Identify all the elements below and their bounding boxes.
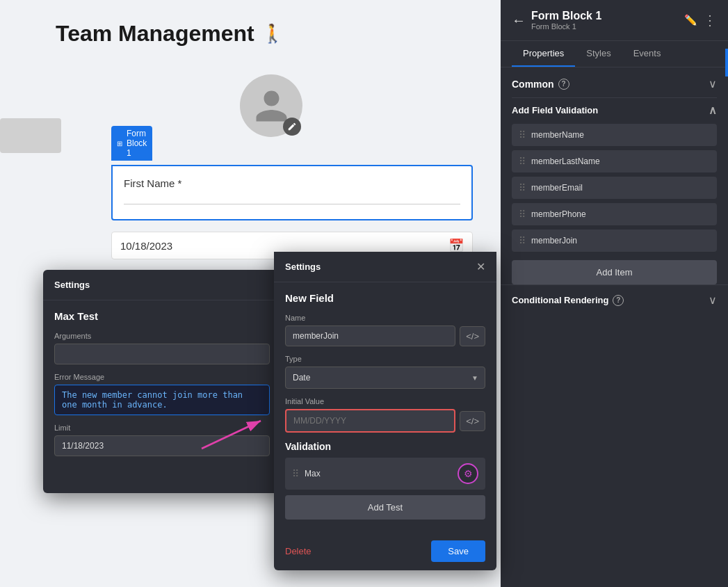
panel-title: Form Block 1 (531, 10, 684, 22)
type-select-wrapper: Date Text Number (285, 367, 485, 389)
type-field-group: Type Date Text Number (285, 355, 485, 389)
form-block-label: ⊞ Form Block 1 (111, 126, 152, 161)
dialog-2-header: Settings ✕ (274, 252, 496, 282)
form-field-underline (124, 204, 460, 204)
page-title: Team Management (56, 21, 254, 47)
arguments-input-row: </> (54, 344, 300, 364)
new-field-title: New Field (285, 292, 485, 304)
gray-box (0, 118, 61, 153)
validation-heading: Validation (285, 441, 485, 452)
dialog-1-header: Settings ✕ (43, 270, 311, 300)
avatar-container (240, 74, 302, 137)
tab-styles[interactable]: Styles (575, 41, 622, 67)
initial-value-input-row: </> (285, 409, 485, 433)
validation-row: ⠿ Max ⚙ (285, 458, 485, 490)
panel-more-icon[interactable]: ⋮ (703, 12, 717, 29)
conditional-section: Conditional Rendering ? ∨ (501, 284, 728, 315)
person-icon: 🚶 (261, 23, 284, 45)
initial-value-code-icon[interactable]: </> (460, 411, 485, 431)
add-test-button[interactable]: Add Test (285, 495, 485, 520)
dialog-1-title: Settings (54, 280, 90, 290)
type-select[interactable]: Date Text Number (285, 367, 485, 389)
drag-handle[interactable]: ⠿ (519, 182, 526, 193)
first-name-field-label: First Name * (124, 177, 181, 189)
panel-title-group: Form Block 1 Form Block 1 (531, 10, 684, 31)
blue-indicator-bar (725, 49, 728, 77)
validation-max-label: Max (305, 469, 452, 479)
dialog-2-footer: Delete Save (274, 535, 496, 570)
error-message-input-row: The new member cannot join more than one… (54, 385, 300, 415)
calendar-icon: 📅 (448, 238, 464, 253)
validation-gear-button[interactable]: ⚙ (458, 463, 478, 484)
tab-properties[interactable]: Properties (512, 41, 575, 67)
drag-handle[interactable]: ⠿ (519, 209, 526, 220)
common-help-icon[interactable]: ? (558, 79, 569, 90)
list-item: ⠿ memberLastName (512, 150, 717, 172)
conditional-title: Conditional Rendering ? (512, 295, 624, 306)
initial-value-label: Initial Value (285, 397, 485, 405)
list-item: ⠿ memberEmail (512, 177, 717, 199)
dialog-2-body: New Field Name </> Type Date Text Number… (274, 282, 496, 535)
initial-value-input[interactable] (285, 409, 455, 433)
dialog-2-save-button[interactable]: Save (431, 540, 485, 562)
page-title-area: Team Management 🚶 (0, 0, 501, 61)
arguments-field-group: Arguments </> (54, 332, 300, 364)
form-block-content: First Name * (111, 165, 473, 220)
dialog-1-body: Max Test Arguments </> Error Message The… (43, 300, 311, 493)
list-item: ⠿ memberJoin (512, 230, 717, 252)
conditional-chevron-icon[interactable]: ∨ (709, 294, 717, 307)
common-chevron-icon[interactable]: ∨ (709, 77, 717, 90)
type-label: Type (285, 355, 485, 363)
drag-handle[interactable]: ⠿ (519, 235, 526, 246)
dialog-2-delete-button[interactable]: Delete (285, 542, 312, 561)
validation-drag-handle[interactable]: ⠿ (292, 468, 299, 479)
panel-subtitle: Form Block 1 (531, 22, 684, 31)
error-message-field-group: Error Message The new member cannot join… (54, 373, 300, 415)
panel-body: Common ? ∨ Add Field Validation ∧ ⠿ memb… (501, 67, 728, 587)
name-field-group: Name </> (285, 314, 485, 346)
dialog-2-close-button[interactable]: ✕ (476, 260, 485, 273)
validation-chevron-icon[interactable]: ∧ (709, 104, 717, 117)
conditional-help-icon[interactable]: ? (613, 295, 624, 306)
validation-section: Add Field Validation ∧ ⠿ memberName ⠿ me… (501, 97, 728, 284)
name-input[interactable] (285, 325, 455, 346)
date-value: 10/18/2023 (120, 240, 448, 252)
drag-handle[interactable]: ⠿ (519, 129, 526, 140)
arguments-input[interactable] (54, 344, 270, 364)
settings-dialog-new-field: Settings ✕ New Field Name </> Type Date … (274, 252, 496, 570)
initial-value-field-group: Initial Value </> (285, 397, 485, 433)
pink-arrow-indicator (195, 414, 278, 456)
add-item-button[interactable]: Add Item (512, 260, 717, 284)
dialog-2-title: Settings (285, 262, 321, 272)
drag-handle[interactable]: ⠿ (519, 156, 526, 167)
panel-tabs: Properties Styles Events (501, 41, 728, 67)
right-panel: ← Form Block 1 Form Block 1 ✏️ ⋮ Propert… (501, 0, 728, 587)
common-section-title: Common ? (512, 79, 569, 90)
common-section-header: Common ? ∨ (501, 67, 728, 97)
error-message-label: Error Message (54, 373, 300, 381)
settings-dialog-max-test: Settings ✕ Max Test Arguments </> Error … (43, 270, 311, 493)
name-label: Name (285, 314, 485, 322)
avatar-edit-button[interactable] (283, 118, 301, 136)
form-block-wrapper: ⊞ Form Block 1 ⋮ First Name * (111, 165, 473, 220)
validation-section-title: Add Field Validation ∧ (512, 97, 717, 124)
arguments-label: Arguments (54, 332, 300, 340)
user-section (42, 61, 501, 158)
svg-line-1 (202, 421, 261, 449)
list-item: ⠿ memberName (512, 124, 717, 146)
error-message-input[interactable]: The new member cannot join more than one… (54, 385, 270, 415)
dialog-1-subtitle: Max Test (54, 310, 300, 322)
list-item: ⠿ memberPhone (512, 203, 717, 225)
name-code-icon[interactable]: </> (460, 326, 485, 346)
tab-events[interactable]: Events (622, 41, 672, 67)
panel-header: ← Form Block 1 Form Block 1 ✏️ ⋮ (501, 0, 728, 41)
panel-edit-icon[interactable]: ✏️ (684, 14, 697, 26)
name-input-row: </> (285, 325, 485, 346)
panel-back-button[interactable]: ← (512, 13, 526, 29)
